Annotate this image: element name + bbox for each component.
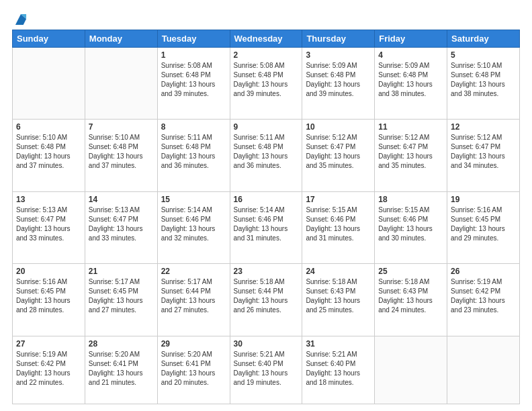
day-info: Sunrise: 5:14 AM Sunset: 6:46 PM Dayligh…: [161, 205, 226, 243]
day-info: Sunrise: 5:10 AM Sunset: 6:48 PM Dayligh…: [451, 61, 516, 99]
day-number: 12: [451, 122, 516, 132]
weekday-header-thursday: Thursday: [302, 30, 375, 48]
calendar-cell: 9Sunrise: 5:11 AM Sunset: 6:48 PM Daylig…: [230, 120, 302, 191]
day-info: Sunrise: 5:09 AM Sunset: 6:48 PM Dayligh…: [378, 61, 443, 99]
day-number: 2: [234, 50, 299, 60]
calendar-cell: 6Sunrise: 5:10 AM Sunset: 6:48 PM Daylig…: [13, 120, 85, 191]
logo-icon: [13, 12, 28, 27]
day-info: Sunrise: 5:08 AM Sunset: 6:48 PM Dayligh…: [234, 61, 299, 99]
day-number: 15: [161, 195, 226, 204]
day-info: Sunrise: 5:18 AM Sunset: 6:43 PM Dayligh…: [306, 277, 371, 315]
day-number: 13: [16, 195, 81, 204]
day-number: 9: [234, 122, 299, 132]
day-number: 26: [451, 267, 516, 276]
calendar-cell: 11Sunrise: 5:12 AM Sunset: 6:47 PM Dayli…: [375, 120, 447, 191]
calendar-cell: 31Sunrise: 5:21 AM Sunset: 6:40 PM Dayli…: [302, 336, 375, 404]
day-info: Sunrise: 5:13 AM Sunset: 6:47 PM Dayligh…: [89, 205, 154, 243]
day-number: 4: [378, 50, 443, 60]
day-info: Sunrise: 5:11 AM Sunset: 6:48 PM Dayligh…: [161, 133, 226, 171]
day-number: 6: [16, 122, 81, 132]
day-number: 10: [306, 122, 371, 132]
day-info: Sunrise: 5:09 AM Sunset: 6:48 PM Dayligh…: [306, 61, 371, 99]
page: SundayMondayTuesdayWednesdayThursdayFrid…: [0, 0, 532, 411]
calendar-cell: [375, 336, 447, 404]
day-number: 27: [16, 339, 81, 349]
day-info: Sunrise: 5:12 AM Sunset: 6:47 PM Dayligh…: [378, 133, 443, 171]
day-info: Sunrise: 5:13 AM Sunset: 6:47 PM Dayligh…: [16, 205, 81, 243]
calendar-cell: 29Sunrise: 5:20 AM Sunset: 6:41 PM Dayli…: [157, 336, 230, 404]
day-info: Sunrise: 5:18 AM Sunset: 6:43 PM Dayligh…: [378, 277, 443, 315]
day-info: Sunrise: 5:17 AM Sunset: 6:44 PM Dayligh…: [161, 277, 226, 315]
calendar-cell: 13Sunrise: 5:13 AM Sunset: 6:47 PM Dayli…: [13, 191, 85, 263]
calendar-cell: 12Sunrise: 5:12 AM Sunset: 6:47 PM Dayli…: [447, 120, 520, 191]
day-number: 23: [234, 267, 299, 276]
day-number: 18: [378, 195, 443, 204]
calendar-week-2: 6Sunrise: 5:10 AM Sunset: 6:48 PM Daylig…: [13, 120, 520, 191]
day-number: 30: [234, 339, 299, 349]
day-info: Sunrise: 5:16 AM Sunset: 6:45 PM Dayligh…: [451, 205, 516, 243]
calendar-week-1: 1Sunrise: 5:08 AM Sunset: 6:48 PM Daylig…: [13, 48, 520, 120]
calendar: SundayMondayTuesdayWednesdayThursdayFrid…: [12, 30, 520, 404]
day-info: Sunrise: 5:19 AM Sunset: 6:42 PM Dayligh…: [451, 277, 516, 315]
day-info: Sunrise: 5:15 AM Sunset: 6:46 PM Dayligh…: [378, 205, 443, 243]
day-number: 7: [89, 122, 154, 132]
day-info: Sunrise: 5:17 AM Sunset: 6:45 PM Dayligh…: [89, 277, 154, 315]
day-info: Sunrise: 5:21 AM Sunset: 6:40 PM Dayligh…: [234, 350, 299, 387]
calendar-cell: 22Sunrise: 5:17 AM Sunset: 6:44 PM Dayli…: [157, 264, 230, 336]
calendar-cell: 5Sunrise: 5:10 AM Sunset: 6:48 PM Daylig…: [447, 48, 520, 120]
calendar-cell: 23Sunrise: 5:18 AM Sunset: 6:44 PM Dayli…: [230, 264, 302, 336]
day-info: Sunrise: 5:08 AM Sunset: 6:48 PM Dayligh…: [161, 61, 226, 99]
day-number: 24: [306, 267, 371, 276]
weekday-header-saturday: Saturday: [447, 30, 520, 48]
calendar-cell: 4Sunrise: 5:09 AM Sunset: 6:48 PM Daylig…: [375, 48, 447, 120]
calendar-cell: 17Sunrise: 5:15 AM Sunset: 6:46 PM Dayli…: [302, 191, 375, 263]
calendar-cell: [13, 48, 85, 120]
calendar-cell: 16Sunrise: 5:14 AM Sunset: 6:46 PM Dayli…: [230, 191, 302, 263]
weekday-header-monday: Monday: [85, 30, 157, 48]
day-info: Sunrise: 5:19 AM Sunset: 6:42 PM Dayligh…: [16, 350, 81, 387]
calendar-cell: [447, 336, 520, 404]
calendar-cell: 18Sunrise: 5:15 AM Sunset: 6:46 PM Dayli…: [375, 191, 447, 263]
calendar-cell: 14Sunrise: 5:13 AM Sunset: 6:47 PM Dayli…: [85, 191, 157, 263]
day-info: Sunrise: 5:11 AM Sunset: 6:48 PM Dayligh…: [234, 133, 299, 171]
calendar-week-3: 13Sunrise: 5:13 AM Sunset: 6:47 PM Dayli…: [13, 191, 520, 263]
calendar-week-4: 20Sunrise: 5:16 AM Sunset: 6:45 PM Dayli…: [13, 264, 520, 336]
day-info: Sunrise: 5:14 AM Sunset: 6:46 PM Dayligh…: [234, 205, 299, 243]
day-info: Sunrise: 5:21 AM Sunset: 6:40 PM Dayligh…: [306, 350, 371, 387]
weekday-header-sunday: Sunday: [13, 30, 85, 48]
calendar-cell: 20Sunrise: 5:16 AM Sunset: 6:45 PM Dayli…: [13, 264, 85, 336]
day-number: 11: [378, 122, 443, 132]
calendar-cell: 28Sunrise: 5:20 AM Sunset: 6:41 PM Dayli…: [85, 336, 157, 404]
day-info: Sunrise: 5:12 AM Sunset: 6:47 PM Dayligh…: [451, 133, 516, 171]
day-info: Sunrise: 5:18 AM Sunset: 6:44 PM Dayligh…: [234, 277, 299, 315]
day-info: Sunrise: 5:10 AM Sunset: 6:48 PM Dayligh…: [89, 133, 154, 171]
calendar-cell: 1Sunrise: 5:08 AM Sunset: 6:48 PM Daylig…: [157, 48, 230, 120]
day-number: 28: [89, 339, 154, 349]
day-number: 20: [16, 267, 81, 276]
day-number: 25: [378, 267, 443, 276]
day-number: 3: [306, 50, 371, 60]
day-number: 31: [306, 339, 371, 349]
calendar-cell: 26Sunrise: 5:19 AM Sunset: 6:42 PM Dayli…: [447, 264, 520, 336]
weekday-header-wednesday: Wednesday: [230, 30, 302, 48]
day-number: 21: [89, 267, 154, 276]
calendar-cell: 2Sunrise: 5:08 AM Sunset: 6:48 PM Daylig…: [230, 48, 302, 120]
calendar-cell: 25Sunrise: 5:18 AM Sunset: 6:43 PM Dayli…: [375, 264, 447, 336]
calendar-cell: 10Sunrise: 5:12 AM Sunset: 6:47 PM Dayli…: [302, 120, 375, 191]
day-info: Sunrise: 5:10 AM Sunset: 6:48 PM Dayligh…: [16, 133, 81, 171]
day-number: 1: [161, 50, 226, 60]
calendar-cell: 15Sunrise: 5:14 AM Sunset: 6:46 PM Dayli…: [157, 191, 230, 263]
calendar-cell: 19Sunrise: 5:16 AM Sunset: 6:45 PM Dayli…: [447, 191, 520, 263]
logo: [12, 12, 28, 23]
day-info: Sunrise: 5:12 AM Sunset: 6:47 PM Dayligh…: [306, 133, 371, 171]
calendar-cell: 24Sunrise: 5:18 AM Sunset: 6:43 PM Dayli…: [302, 264, 375, 336]
day-info: Sunrise: 5:16 AM Sunset: 6:45 PM Dayligh…: [16, 277, 81, 315]
calendar-cell: 21Sunrise: 5:17 AM Sunset: 6:45 PM Dayli…: [85, 264, 157, 336]
day-number: 19: [451, 195, 516, 204]
calendar-cell: 8Sunrise: 5:11 AM Sunset: 6:48 PM Daylig…: [157, 120, 230, 191]
day-number: 22: [161, 267, 226, 276]
calendar-cell: 3Sunrise: 5:09 AM Sunset: 6:48 PM Daylig…: [302, 48, 375, 120]
calendar-cell: 27Sunrise: 5:19 AM Sunset: 6:42 PM Dayli…: [13, 336, 85, 404]
day-number: 14: [89, 195, 154, 204]
calendar-cell: 30Sunrise: 5:21 AM Sunset: 6:40 PM Dayli…: [230, 336, 302, 404]
